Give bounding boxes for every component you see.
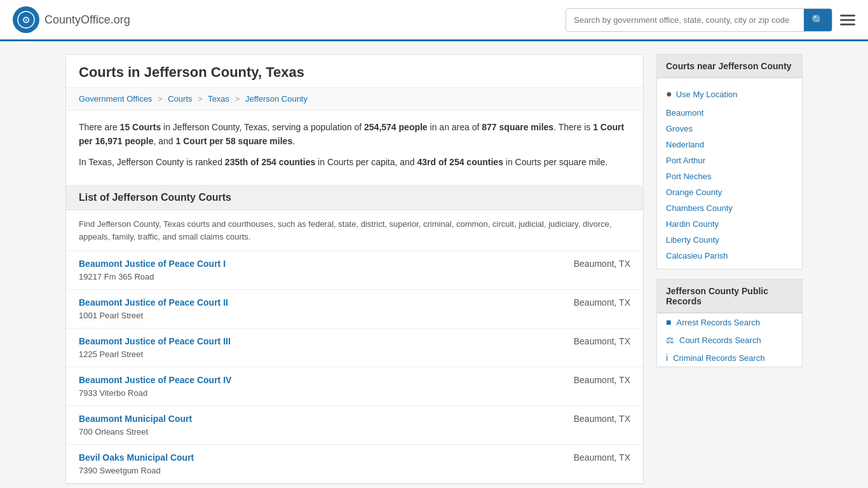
court-item: Beaumont Municipal Court 700 Orleans Str… — [66, 406, 643, 445]
logo-area: ⊙ CountyOffice.org — [13, 6, 130, 33]
area: 877 square miles — [482, 122, 553, 132]
nearby-link[interactable]: Hardin County — [657, 216, 802, 232]
nearby-courts-section: Courts near Jefferson County ● Use My Lo… — [656, 54, 803, 269]
nearby-links-container: BeaumontGrovesNederlandPort ArthurPort N… — [657, 105, 802, 264]
search-bar: 🔍 — [566, 8, 832, 32]
info-para-1: There are 15 Courts in Jefferson County,… — [79, 120, 630, 149]
nearby-link[interactable]: Liberty County — [657, 232, 802, 248]
record-label: Criminal Records Search — [673, 353, 765, 363]
svg-text:⊙: ⊙ — [22, 15, 30, 25]
hamburger-line-3 — [840, 24, 855, 25]
sidebar: Courts near Jefferson County ● Use My Lo… — [656, 54, 803, 484]
court-name[interactable]: Beaumont Justice of Peace Court I — [79, 259, 548, 269]
court-address: 1001 Pearl Street — [79, 311, 143, 320]
breadcrumb-gov-offices[interactable]: Government Offices — [79, 94, 152, 104]
record-link[interactable]: ■Arrest Records Search — [657, 313, 802, 331]
logo-name: CountyOffice — [44, 13, 111, 26]
nearby-link[interactable]: Calcasieu Parish — [657, 248, 802, 264]
record-label: Court Records Search — [679, 336, 761, 345]
logo-ext: .org — [111, 13, 130, 26]
list-header: List of Jefferson County Courts — [66, 186, 643, 210]
record-label: Arrest Records Search — [676, 318, 760, 327]
court-city: Beaumont, TX — [548, 375, 630, 385]
nearby-courts-list: ● Use My Location BeaumontGrovesNederlan… — [657, 78, 802, 269]
court-address: 7933 Viterbo Road — [79, 388, 147, 398]
main-container: Courts in Jefferson County, Texas Govern… — [53, 41, 815, 488]
info-section: There are 15 Courts in Jefferson County,… — [66, 111, 643, 186]
nearby-link[interactable]: Orange County — [657, 184, 802, 200]
courts-list: Beaumont Justice of Peace Court I 19217 … — [66, 251, 643, 484]
court-item: Beaumont Justice of Peace Court IV 7933 … — [66, 367, 643, 406]
court-address: 7390 Sweetgum Road — [79, 466, 161, 475]
nearby-link[interactable]: Groves — [657, 121, 802, 137]
breadcrumb-jefferson-county[interactable]: Jefferson County — [245, 94, 308, 104]
search-input[interactable] — [566, 10, 804, 30]
rank-sqmile: 43rd of 254 counties — [417, 157, 503, 167]
court-item: Beaumont Justice of Peace Court I 19217 … — [66, 251, 643, 290]
info-para-2: In Texas, Jefferson County is ranked 235… — [79, 155, 630, 169]
nearby-link[interactable]: Beaumont — [657, 105, 802, 121]
per-sqmile: 1 Court per 58 square miles — [176, 136, 293, 146]
population: 254,574 people — [364, 122, 428, 132]
use-location-label: Use My Location — [676, 90, 738, 99]
breadcrumb: Government Offices > Courts > Texas > Je… — [66, 88, 643, 111]
court-item-left: Beaumont Justice of Peace Court I 19217 … — [79, 259, 548, 281]
court-name[interactable]: Bevil Oaks Municipal Court — [79, 452, 548, 463]
search-button[interactable]: 🔍 — [804, 9, 832, 31]
court-address: 700 Orleans Street — [79, 427, 148, 437]
courts-count: 15 Courts — [120, 122, 161, 132]
hamburger-button[interactable] — [840, 15, 855, 25]
court-city: Beaumont, TX — [548, 414, 630, 424]
header: ⊙ CountyOffice.org 🔍 — [0, 0, 868, 41]
breadcrumb-sep-1: > — [158, 94, 163, 104]
record-link[interactable]: iCriminal Records Search — [657, 349, 802, 367]
court-address: 1225 Pearl Street — [79, 349, 143, 359]
court-item-left: Beaumont Justice of Peace Court II 1001 … — [79, 297, 548, 320]
list-desc: Find Jefferson County, Texas courts and … — [66, 210, 643, 251]
court-city: Beaumont, TX — [548, 259, 630, 269]
court-item: Bevil Oaks Municipal Court 7390 Sweetgum… — [66, 445, 643, 484]
nearby-courts-header: Courts near Jefferson County — [657, 55, 802, 78]
location-icon: ● — [666, 88, 672, 100]
rank-capita: 235th of 254 counties — [225, 157, 315, 167]
nearby-link[interactable]: Port Arthur — [657, 152, 802, 168]
court-item-left: Beaumont Justice of Peace Court III 1225… — [79, 336, 548, 359]
logo-text: CountyOffice.org — [44, 13, 130, 27]
court-item-left: Bevil Oaks Municipal Court 7390 Sweetgum… — [79, 452, 548, 475]
breadcrumb-sep-2: > — [198, 94, 203, 104]
record-link[interactable]: ⚖Court Records Search — [657, 331, 802, 349]
court-item-left: Beaumont Justice of Peace Court IV 7933 … — [79, 375, 548, 398]
hamburger-line-2 — [840, 19, 855, 21]
court-item: Beaumont Justice of Peace Court III 1225… — [66, 329, 643, 367]
court-item: Beaumont Justice of Peace Court II 1001 … — [66, 290, 643, 329]
breadcrumb-courts[interactable]: Courts — [168, 94, 192, 104]
court-city: Beaumont, TX — [548, 452, 630, 463]
breadcrumb-texas[interactable]: Texas — [208, 94, 229, 104]
content-area: Courts in Jefferson County, Texas Govern… — [65, 54, 644, 484]
hamburger-line-1 — [840, 15, 855, 17]
breadcrumb-sep-3: > — [235, 94, 240, 104]
header-right: 🔍 — [566, 8, 855, 32]
record-icon: ■ — [666, 317, 671, 327]
logo-icon: ⊙ — [13, 6, 39, 33]
nearby-link[interactable]: Port Neches — [657, 168, 802, 184]
record-icon: i — [666, 353, 668, 363]
page-title: Courts in Jefferson County, Texas — [66, 55, 643, 88]
court-name[interactable]: Beaumont Justice of Peace Court IV — [79, 375, 548, 385]
records-links-container: ■Arrest Records Search⚖Court Records Sea… — [657, 313, 802, 367]
court-name[interactable]: Beaumont Municipal Court — [79, 414, 548, 424]
public-records-section: Jefferson County Public Records ■Arrest … — [656, 279, 803, 367]
use-my-location[interactable]: ● Use My Location — [657, 83, 802, 105]
court-item-left: Beaumont Municipal Court 700 Orleans Str… — [79, 414, 548, 437]
record-icon: ⚖ — [666, 335, 674, 345]
court-name[interactable]: Beaumont Justice of Peace Court III — [79, 336, 548, 346]
court-city: Beaumont, TX — [548, 336, 630, 346]
nearby-link[interactable]: Chambers County — [657, 200, 802, 216]
nearby-link[interactable]: Nederland — [657, 137, 802, 152]
court-name[interactable]: Beaumont Justice of Peace Court II — [79, 297, 548, 308]
court-address: 19217 Fm 365 Road — [79, 272, 154, 281]
court-city: Beaumont, TX — [548, 297, 630, 308]
public-records-header: Jefferson County Public Records — [657, 280, 802, 313]
